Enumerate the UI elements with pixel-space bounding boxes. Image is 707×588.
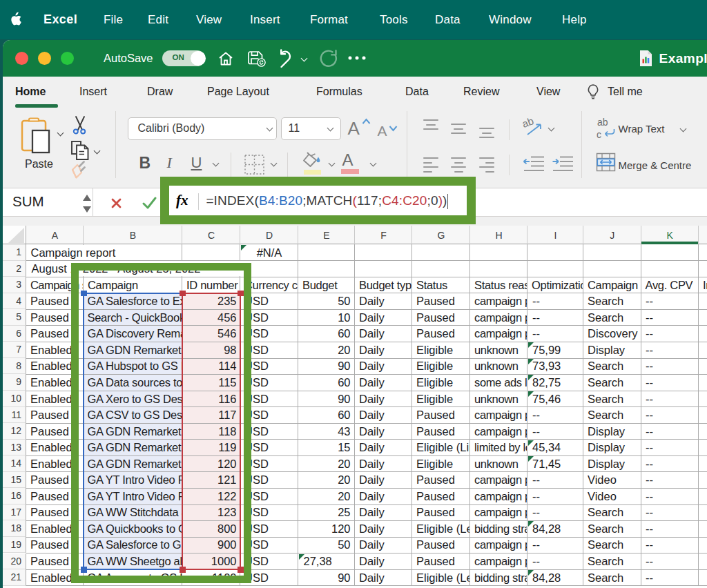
svg-text:ab: ab: [597, 117, 608, 128]
svg-text:ab: ab: [523, 117, 535, 130]
svg-text:c: c: [597, 129, 601, 140]
